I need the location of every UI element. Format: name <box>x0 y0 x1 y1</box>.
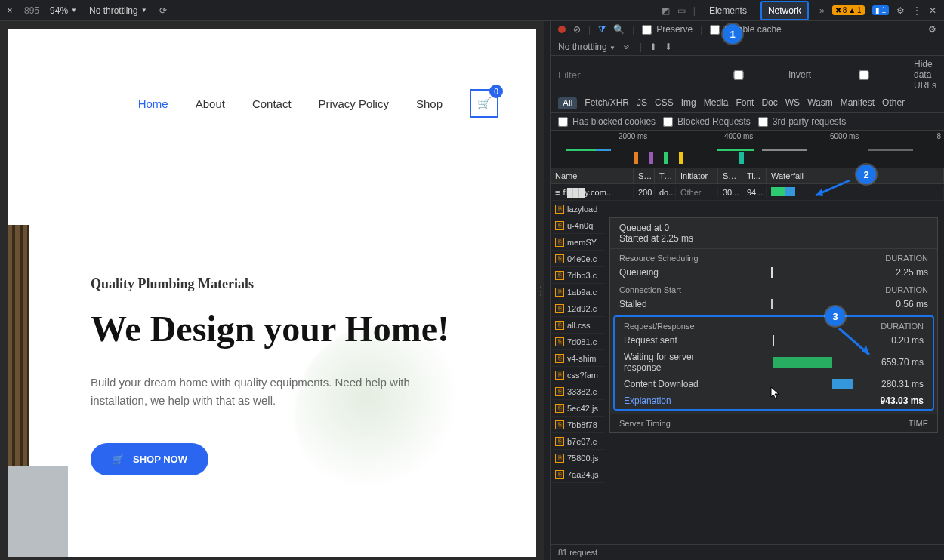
type-media[interactable]: Media <box>704 97 729 109</box>
search-icon[interactable]: 🔍 <box>613 24 625 35</box>
col-status[interactable]: St... <box>634 168 655 183</box>
col-initiator[interactable]: Initiator <box>676 168 718 183</box>
disable-cache-checkbox[interactable]: Disable cache <box>710 24 781 35</box>
more-tabs-icon[interactable]: » <box>819 5 825 16</box>
network-row[interactable]: ⎘v4-shim <box>551 350 605 367</box>
pane-splitter[interactable]: ⋮⋮ <box>544 21 550 560</box>
type-all[interactable]: All <box>558 97 577 109</box>
row-name: 1ab9a.c <box>567 288 597 297</box>
tab-network[interactable]: Network <box>760 1 809 20</box>
network-row[interactable]: ⎘75800.js <box>551 450 605 466</box>
network-row[interactable]: ⎘12d92.c <box>551 300 605 317</box>
row-name: 7d081.c <box>567 337 597 346</box>
network-row[interactable]: ⎘all.css <box>551 317 605 334</box>
throttle-select[interactable]: No throttling ▼ <box>558 42 615 52</box>
viewport-width[interactable]: 895 <box>24 5 39 16</box>
server-timing-label: Server Timing <box>619 419 671 428</box>
gear-icon[interactable]: ⚙ <box>896 5 905 16</box>
network-row[interactable]: ⎘1ab9a.c <box>551 284 605 300</box>
network-row[interactable]: ⎘memSY <box>551 234 605 251</box>
close-tab-icon[interactable]: × <box>5 5 15 16</box>
file-icon: ⎘ <box>555 271 564 280</box>
kebab-icon[interactable]: ⋮ <box>912 5 921 16</box>
blocked-cookies-checkbox[interactable]: Has blocked cookies <box>558 116 656 127</box>
issues-badge[interactable]: ▮ 1 <box>872 5 889 15</box>
download-har-icon[interactable]: ⬇ <box>665 42 672 52</box>
col-waterfall[interactable]: Waterfall <box>767 168 944 183</box>
waterfall-overview[interactable]: 2000 ms 4000 ms 6000 ms 8 <box>551 131 944 168</box>
network-row[interactable]: ⎘b7e07.c <box>551 433 605 450</box>
network-row[interactable]: ⎘7d081.c <box>551 334 605 350</box>
hide-urls-label: Hide data URLs <box>914 59 936 91</box>
type-css[interactable]: CSS <box>655 97 674 109</box>
col-type[interactable]: Ty... <box>655 168 676 183</box>
row-name: lazyload <box>567 205 597 214</box>
network-row[interactable]: ⎘lazyload <box>551 201 605 217</box>
network-row[interactable]: ⎘u-4n0q <box>551 217 605 234</box>
hide-data-urls-checkbox[interactable]: Hide data URLs <box>819 59 936 91</box>
device-viewport: Home About Contact Privacy Policy Shop 🛒… <box>0 21 544 560</box>
thirdparty-checkbox[interactable]: 3rd-party requests <box>758 116 846 127</box>
type-font[interactable]: Font <box>736 97 754 109</box>
file-icon: ⎘ <box>555 420 564 429</box>
type-fetch[interactable]: Fetch/XHR <box>585 97 629 109</box>
row-name: 7aa24.js <box>567 470 599 479</box>
network-row[interactable]: ⎘css?fam <box>551 367 605 383</box>
network-row-document[interactable]: ≡fl███y.com... 200 do... Other 30... 94.… <box>551 184 944 201</box>
element-picker-icon[interactable]: ◩ <box>662 5 670 16</box>
device-toggle-icon[interactable]: ▭ <box>677 5 686 16</box>
row-name: 7dbb3.c <box>567 271 597 280</box>
devtools-panel: 1 ⊘ | ⧩ 🔍 | Preserve | Disable cache ⚙ N… <box>550 21 944 560</box>
nav-shop[interactable]: Shop <box>416 97 443 110</box>
type-other[interactable]: Other <box>882 97 905 109</box>
timing-queued: Queued at 0 <box>619 223 928 233</box>
type-ws[interactable]: WS <box>785 97 800 109</box>
throttling-dropdown[interactable]: No throttling▼ <box>89 5 147 16</box>
zoom-dropdown[interactable]: 94%▼ <box>50 5 77 16</box>
download-label: Content Download <box>624 379 730 389</box>
type-js[interactable]: JS <box>637 97 647 109</box>
network-table-header: Name St... Ty... Initiator Size Ti... Wa… <box>551 168 944 184</box>
type-manifest[interactable]: Manifest <box>841 97 875 109</box>
wifi-icon[interactable]: ᯤ <box>623 42 632 52</box>
explanation-link[interactable]: Explanation <box>624 395 671 406</box>
invert-checkbox[interactable]: Invert <box>693 69 811 80</box>
network-row[interactable]: ⎘04e0e.c <box>551 251 605 267</box>
tab-elements[interactable]: Elements <box>703 2 753 19</box>
preserve-log-checkbox[interactable]: Preserve <box>642 24 693 35</box>
cart-button[interactable]: 🛒 0 <box>470 89 498 118</box>
blocked-requests-checkbox[interactable]: Blocked Requests <box>663 116 751 127</box>
filter-input[interactable] <box>558 69 686 81</box>
row-time: 94... <box>742 186 767 198</box>
hero-pretitle: Quality Plumbing Materials <box>91 276 498 292</box>
row-name: all.css <box>567 321 591 330</box>
row-name: css?fam <box>567 371 598 380</box>
type-wasm[interactable]: Wasm <box>807 97 833 109</box>
network-row[interactable]: ⎘7dbb3.c <box>551 267 605 284</box>
nav-home[interactable]: Home <box>138 97 168 110</box>
network-settings-icon[interactable]: ⚙ <box>928 24 936 35</box>
nav-privacy[interactable]: Privacy Policy <box>319 97 389 110</box>
nav-about[interactable]: About <box>196 97 225 110</box>
file-icon: ⎘ <box>555 387 564 396</box>
col-size[interactable]: Size <box>718 168 742 183</box>
network-row[interactable]: ⎘5ec42.js <box>551 400 605 417</box>
col-name[interactable]: Name <box>551 168 634 183</box>
record-icon[interactable] <box>558 26 566 33</box>
rotate-icon[interactable]: ⟳ <box>159 5 167 16</box>
filter-icon[interactable]: ⧩ <box>598 24 606 35</box>
type-doc[interactable]: Doc <box>761 97 777 109</box>
upload-har-icon[interactable]: ⬆ <box>649 42 657 52</box>
clear-icon[interactable]: ⊘ <box>573 24 581 35</box>
file-icon: ⎘ <box>555 288 564 297</box>
col-time[interactable]: Ti... <box>742 168 767 183</box>
network-row[interactable]: ⎘7bb8f78 <box>551 417 605 433</box>
type-img[interactable]: Img <box>681 97 696 109</box>
nav-contact[interactable]: Contact <box>252 97 292 110</box>
shop-now-button[interactable]: 🛒SHOP NOW <box>91 443 208 475</box>
error-warn-badge[interactable]: ✖8▲1 <box>832 5 865 15</box>
network-row[interactable]: ⎘7aa24.js <box>551 466 605 483</box>
rendered-page[interactable]: Home About Contact Privacy Policy Shop 🛒… <box>8 29 536 557</box>
network-row[interactable]: ⎘33382.c <box>551 383 605 400</box>
close-devtools-icon[interactable]: ✕ <box>929 5 936 16</box>
